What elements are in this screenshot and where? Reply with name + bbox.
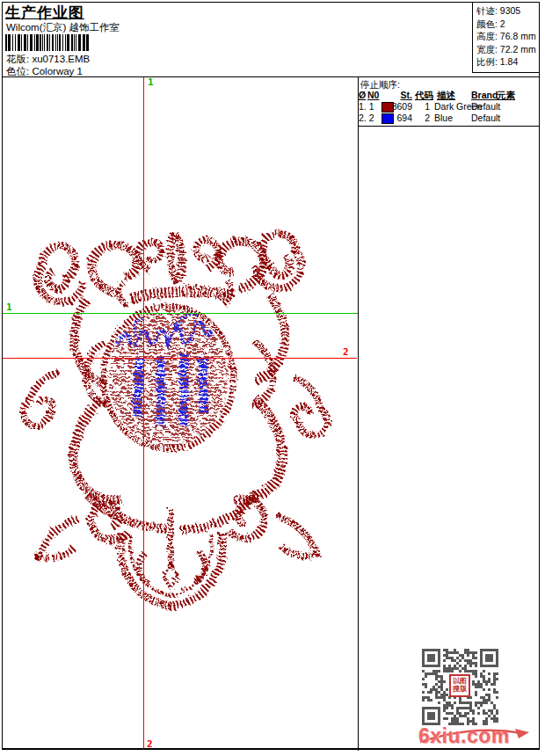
- qr-logo-text-1: 以图: [451, 677, 469, 685]
- table-row-2-stop: 2. 2: [359, 113, 374, 123]
- col-code: 代码: [415, 90, 433, 102]
- col-st: St.: [390, 90, 412, 100]
- design-file-label: 花版:: [6, 54, 29, 64]
- table-row-2-brand: Default: [471, 113, 500, 123]
- stitch-count-row: 针迹: 9305: [476, 4, 540, 18]
- qr-center-logo: 以图 搜版: [449, 674, 470, 697]
- col-element: 元素: [497, 90, 515, 102]
- qr-logo-text-2: 搜版: [451, 685, 469, 693]
- end-marker-right: 2: [343, 346, 349, 358]
- table-row-2-desc: Blue: [434, 113, 453, 123]
- embroidery-design: [3, 77, 358, 751]
- design-file-value: xu0713.EMB: [32, 54, 90, 64]
- table-row-1-stitches: 8609: [390, 101, 412, 112]
- colorway-label: 色位:: [6, 66, 29, 76]
- colorway-value: Colorway 1: [32, 66, 83, 76]
- studio-name: Wilcom(汇京) 越饰工作室: [6, 21, 120, 34]
- table-row-1-code: 1: [420, 101, 430, 112]
- width-row: 宽度: 72.2 mm: [476, 43, 540, 56]
- table-row-2-stitches: 694: [390, 113, 412, 123]
- panel-divider: [358, 76, 359, 751]
- color-count-row: 颜色: 2: [476, 18, 540, 31]
- table-row-1-stop: 1. 1: [359, 101, 374, 112]
- col-brand: Brand: [471, 90, 498, 100]
- end-crosshair-vline: [143, 77, 144, 749]
- page-title: 生产作业图: [5, 3, 84, 23]
- end-marker-bottom: 2: [147, 738, 153, 750]
- height-row: 高度: 76.8 mm: [476, 30, 540, 43]
- table-bottom-border: [359, 126, 540, 127]
- table-row-2-code: 2: [420, 113, 430, 123]
- start-marker-top: 1: [148, 76, 154, 88]
- end-crosshair-hline: [3, 358, 357, 359]
- scale-row: 比例: 1.84: [476, 55, 540, 69]
- design-info-box: 针迹: 9305 颜色: 2 高度: 76.8 mm 宽度: 72.2 mm 比…: [472, 3, 540, 73]
- site-watermark: 6xiu.com: [418, 724, 510, 748]
- col-stop: Ø: [359, 90, 366, 100]
- start-marker-left: 1: [6, 302, 12, 313]
- design-file-line: 花版: xu0713.EMB: [6, 53, 90, 66]
- table-row-1-brand: Default: [471, 101, 500, 112]
- start-crosshair-hline: [3, 313, 358, 314]
- col-no: N0: [367, 90, 379, 100]
- barcode: [5, 34, 93, 52]
- col-desc: 描述: [437, 90, 455, 102]
